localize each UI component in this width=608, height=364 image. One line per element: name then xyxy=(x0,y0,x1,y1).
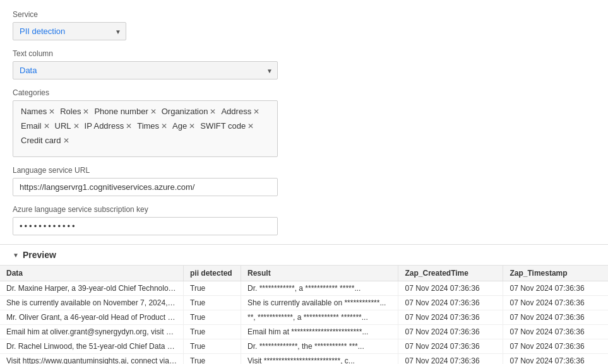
table-cell: Dr. Maxine Harper, a 39-year-old Chief T… xyxy=(0,281,184,296)
tag-label: Age xyxy=(172,121,187,131)
category-tag: Times✕ xyxy=(136,120,169,131)
table-cell: Email him at ************************... xyxy=(241,325,398,339)
preview-header[interactable]: ▼ Preview xyxy=(0,244,608,265)
text-column-label: Text column xyxy=(13,49,595,58)
service-label: Service xyxy=(13,10,595,19)
table-cell: True xyxy=(184,339,241,354)
tag-remove-icon[interactable]: ✕ xyxy=(210,108,216,115)
col-header-result: Result xyxy=(241,266,398,281)
table-cell: 07 Nov 2024 07:36:36 xyxy=(503,296,608,310)
language-url-field-group: Language service URL xyxy=(13,166,595,196)
tag-label: Roles xyxy=(60,107,81,116)
table-cell: 07 Nov 2024 07:36:36 xyxy=(503,339,608,354)
subscription-key-input[interactable] xyxy=(13,217,278,235)
categories-field-group: Categories Names✕Roles✕Phone number✕Orga… xyxy=(13,88,595,157)
tag-remove-icon[interactable]: ✕ xyxy=(63,137,69,144)
col-header-created: Zap_CreatedTime xyxy=(398,266,503,281)
subscription-key-field-group: Azure language service subscription key xyxy=(13,205,595,235)
category-tag: IP Address✕ xyxy=(83,120,134,131)
subscription-key-label: Azure language service subscription key xyxy=(13,205,595,214)
table-cell: 07 Nov 2024 07:36:36 xyxy=(503,354,608,365)
categories-box: Names✕Roles✕Phone number✕Organization✕Ad… xyxy=(13,100,278,157)
tag-remove-icon[interactable]: ✕ xyxy=(150,108,157,115)
service-select-wrapper: PII detection ▼ xyxy=(13,22,126,40)
preview-title: Preview xyxy=(23,250,56,260)
category-tag: Credit card✕ xyxy=(20,135,71,146)
tag-remove-icon[interactable]: ✕ xyxy=(44,122,50,130)
text-column-field-group: Text column Data ▼ xyxy=(13,49,595,79)
table-cell: 07 Nov 2024 07:36:36 xyxy=(398,310,503,325)
main-content: Service PII detection ▼ Text column Data… xyxy=(0,0,608,235)
tag-remove-icon[interactable]: ✕ xyxy=(126,122,132,130)
table-cell: 07 Nov 2024 07:36:36 xyxy=(398,281,503,296)
table-cell: 07 Nov 2024 07:36:36 xyxy=(398,296,503,310)
table-cell: 07 Nov 2024 07:36:36 xyxy=(503,310,608,325)
tag-remove-icon[interactable]: ✕ xyxy=(161,122,167,130)
tag-label: Email xyxy=(21,121,42,131)
tag-label: Phone number xyxy=(94,107,148,116)
table-cell: True xyxy=(184,354,241,365)
col-header-data: Data xyxy=(0,266,184,281)
tag-remove-icon[interactable]: ✕ xyxy=(247,122,254,130)
table-cell: 07 Nov 2024 07:36:36 xyxy=(503,281,608,296)
category-tag: Organization✕ xyxy=(160,106,218,117)
table-cell: Dr. *************, the *********** ***..… xyxy=(241,339,398,354)
category-tag: Phone number✕ xyxy=(93,106,157,117)
tag-label: URL xyxy=(55,121,71,131)
tag-remove-icon[interactable]: ✕ xyxy=(83,108,89,115)
table-cell: Dr. ************, a *********** *****... xyxy=(241,281,398,296)
category-tag: Names✕ xyxy=(20,106,56,117)
tag-label: Organization xyxy=(162,107,208,116)
category-tag: SWIFT code✕ xyxy=(199,120,255,131)
table-row: Mr. Oliver Grant, a 46-year-old Head of … xyxy=(0,310,608,325)
tag-label: IP Address xyxy=(85,121,124,131)
table-cell: **, ************, a ************ *******… xyxy=(241,310,398,325)
preview-table-wrapper: Data pii detected Result Zap_CreatedTime… xyxy=(0,265,608,364)
table-cell: Dr. Rachel Linwood, the 51-year-old Chie… xyxy=(0,339,184,354)
table-cell: True xyxy=(184,296,241,310)
table-row: Email him at oliver.grant@synergydyn.org… xyxy=(0,325,608,339)
table-row: She is currently available on November 7… xyxy=(0,296,608,310)
tag-remove-icon[interactable]: ✕ xyxy=(73,122,80,130)
table-cell: True xyxy=(184,281,241,296)
table-row: Visit https://www.quantuminsights.ai, co… xyxy=(0,354,608,365)
category-tag: Roles✕ xyxy=(59,106,90,117)
table-cell: Visit https://www.quantuminsights.ai, co… xyxy=(0,354,184,365)
tag-label: Times xyxy=(137,121,159,131)
preview-chevron-icon: ▼ xyxy=(13,252,19,259)
tag-label: Names xyxy=(21,107,47,116)
categories-label: Categories xyxy=(13,88,595,97)
preview-table: Data pii detected Result Zap_CreatedTime… xyxy=(0,266,608,364)
tag-remove-icon[interactable]: ✕ xyxy=(49,108,55,115)
tag-remove-icon[interactable]: ✕ xyxy=(189,122,195,130)
category-tag: Address✕ xyxy=(220,106,261,117)
tag-remove-icon[interactable]: ✕ xyxy=(253,108,259,115)
table-row: Dr. Rachel Linwood, the 51-year-old Chie… xyxy=(0,339,608,354)
table-cell: She is currently available on **********… xyxy=(241,296,398,310)
tag-label: Address xyxy=(221,107,251,116)
table-cell: True xyxy=(184,325,241,339)
service-select[interactable]: PII detection xyxy=(13,22,126,40)
language-url-label: Language service URL xyxy=(13,166,595,175)
tag-label: Credit card xyxy=(21,136,61,145)
tag-label: SWIFT code xyxy=(200,121,246,131)
col-header-pii: pii detected xyxy=(184,266,241,281)
text-column-select-wrapper: Data ▼ xyxy=(13,61,278,79)
table-cell: 07 Nov 2024 07:36:36 xyxy=(398,354,503,365)
table-cell: 07 Nov 2024 07:36:36 xyxy=(398,325,503,339)
table-row: Dr. Maxine Harper, a 39-year-old Chief T… xyxy=(0,281,608,296)
category-tag: Email✕ xyxy=(20,120,51,131)
category-tag: Age✕ xyxy=(171,120,196,131)
table-cell: Visit **************************, c... xyxy=(241,354,398,365)
preview-section: ▼ Preview Data pii detected Result Zap_C… xyxy=(0,244,608,364)
table-cell: Email him at oliver.grant@synergydyn.org… xyxy=(0,325,184,339)
category-tag: URL✕ xyxy=(54,120,81,131)
preview-table-body: Dr. Maxine Harper, a 39-year-old Chief T… xyxy=(0,281,608,365)
table-cell: Mr. Oliver Grant, a 46-year-old Head of … xyxy=(0,310,184,325)
language-url-input[interactable] xyxy=(13,178,278,196)
table-cell: She is currently available on November 7… xyxy=(0,296,184,310)
table-cell: True xyxy=(184,310,241,325)
table-cell: 07 Nov 2024 07:36:36 xyxy=(503,325,608,339)
text-column-select[interactable]: Data xyxy=(13,61,278,79)
table-cell: 07 Nov 2024 07:36:36 xyxy=(398,339,503,354)
